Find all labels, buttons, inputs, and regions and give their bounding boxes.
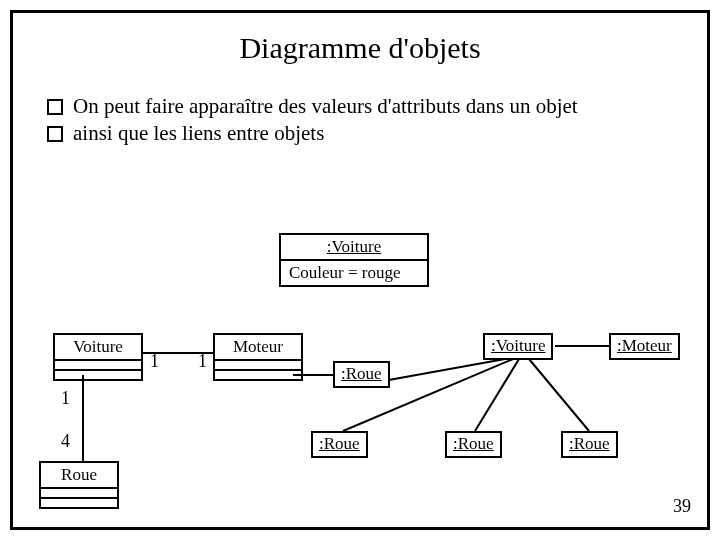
class-voiture: Voiture	[53, 333, 143, 381]
object-roue: :Roue	[311, 431, 368, 458]
object-roue: :Roue	[333, 361, 390, 388]
object-attribute: Couleur = rouge	[281, 261, 427, 285]
multiplicity: 1	[150, 351, 159, 372]
multiplicity: 4	[61, 431, 70, 452]
bullet-item: ainsi que les liens entre objets	[47, 120, 679, 147]
object-roue: :Roue	[561, 431, 618, 458]
class-name: Voiture	[55, 335, 141, 361]
class-name: Moteur	[215, 335, 301, 361]
bullet-list: On peut faire apparaître des valeurs d'a…	[47, 93, 679, 147]
square-bullet-icon	[47, 126, 63, 142]
bullet-text: ainsi que les liens entre objets	[73, 120, 324, 147]
svg-line-7	[529, 359, 589, 431]
class-roue: Roue	[39, 461, 119, 509]
object-name: :Voiture	[327, 237, 381, 256]
bullet-text: On peut faire apparaître des valeurs d'a…	[73, 93, 578, 120]
multiplicity: 1	[61, 388, 70, 409]
slide-title: Diagramme d'objets	[13, 31, 707, 65]
slide-frame: Diagramme d'objets On peut faire apparaî…	[10, 10, 710, 530]
object-voiture-main: :Voiture Couleur = rouge	[279, 233, 429, 287]
square-bullet-icon	[47, 99, 63, 115]
class-name: Roue	[41, 463, 117, 489]
svg-line-6	[475, 359, 519, 431]
bullet-item: On peut faire apparaître des valeurs d'a…	[47, 93, 679, 120]
object-moteur: :Moteur	[609, 333, 680, 360]
object-voiture: :Voiture	[483, 333, 553, 360]
page-number: 39	[673, 496, 691, 517]
object-roue: :Roue	[445, 431, 502, 458]
class-moteur: Moteur	[213, 333, 303, 381]
diagram-stage: :Voiture Couleur = rouge Voiture Moteur …	[13, 203, 707, 527]
multiplicity: 1	[198, 351, 207, 372]
